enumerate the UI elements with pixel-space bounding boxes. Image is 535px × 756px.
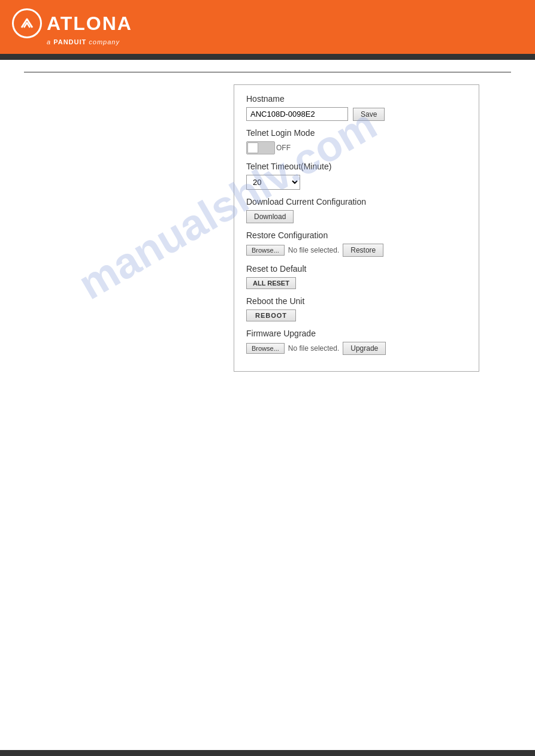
restore-file-area: Browse... No file selected. Restore (246, 244, 467, 257)
firmware-file-area: Browse... No file selected. Upgrade (246, 342, 467, 355)
firmware-label: Firmware Upgrade (246, 329, 467, 338)
reboot-button[interactable]: REBOOT (246, 309, 296, 321)
telnet-toggle[interactable] (246, 141, 275, 154)
nav-bar (0, 54, 535, 60)
restore-no-file-text: No file selected. (288, 246, 339, 254)
firmware-browse-button[interactable]: Browse... (246, 343, 285, 354)
hostname-input[interactable] (246, 107, 348, 121)
upgrade-button[interactable]: Upgrade (343, 342, 386, 355)
firmware-upgrade-group: Firmware Upgrade Browse... No file selec… (246, 329, 467, 355)
download-button[interactable]: Download (246, 210, 294, 223)
toggle-state-label: OFF (276, 144, 291, 152)
hostname-row: Save (246, 107, 467, 121)
page-divider (24, 72, 511, 72)
telnet-timeout-group: Telnet Timeout(Minute) 5 10 15 20 30 60 (246, 162, 467, 190)
reset-default-label: Reset to Default (246, 264, 467, 274)
download-config-label: Download Current Configuration (246, 197, 467, 207)
header: ATLONA a PANDUIT company (0, 0, 535, 54)
panduit-text: PANDUIT (53, 38, 86, 45)
restore-config-label: Restore Configuration (246, 230, 467, 240)
toggle-knob (247, 142, 258, 153)
atlona-logo-icon (12, 8, 42, 38)
all-reset-button[interactable]: ALL Reset (246, 277, 296, 289)
footer (0, 750, 535, 756)
reboot-row: REBOOT (246, 309, 467, 321)
settings-panel: Hostname Save Telnet Login Mode OFF Teln… (234, 84, 479, 372)
restore-browse-button[interactable]: Browse... (246, 245, 285, 256)
hostname-group: Hostname Save (246, 94, 467, 121)
save-button[interactable]: Save (353, 108, 385, 121)
main-content: Hostname Save Telnet Login Mode OFF Teln… (0, 60, 535, 750)
reset-row: ALL Reset (246, 277, 467, 289)
restore-config-group: Restore Configuration Browse... No file … (246, 230, 467, 257)
reboot-label: Reboot the Unit (246, 296, 467, 306)
telnet-login-label: Telnet Login Mode (246, 128, 467, 138)
telnet-timeout-select[interactable]: 5 10 15 20 30 60 (246, 175, 300, 190)
hostname-label: Hostname (246, 94, 467, 104)
logo-container: ATLONA a PANDUIT company (12, 8, 132, 45)
restore-button[interactable]: Restore (343, 244, 383, 257)
brand-name: ATLONA (47, 13, 132, 35)
brand-tagline: a PANDUIT company (47, 38, 120, 45)
telnet-login-group: Telnet Login Mode OFF (246, 128, 467, 154)
telnet-toggle-container: OFF (246, 141, 467, 154)
telnet-timeout-row: 5 10 15 20 30 60 (246, 175, 467, 190)
reboot-group: Reboot the Unit REBOOT (246, 296, 467, 321)
reset-default-group: Reset to Default ALL Reset (246, 264, 467, 289)
download-config-group: Download Current Configuration Download (246, 197, 467, 223)
logo-main: ATLONA (12, 8, 132, 38)
download-row: Download (246, 210, 467, 223)
firmware-no-file-text: No file selected. (288, 344, 339, 353)
telnet-timeout-label: Telnet Timeout(Minute) (246, 162, 467, 171)
